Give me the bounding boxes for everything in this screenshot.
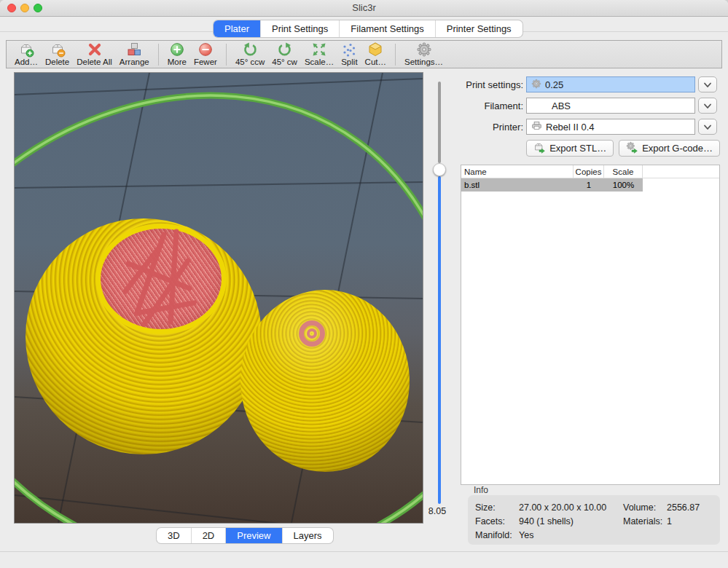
split-button[interactable]: Split xyxy=(341,42,357,67)
delete-all-button[interactable]: Delete All xyxy=(77,42,112,67)
export-gcode-icon xyxy=(626,141,638,156)
object-list: Name Copies Scale b.stl 1 100% xyxy=(461,165,720,485)
cut-button[interactable]: Cut… xyxy=(365,42,386,67)
filament-combo[interactable]: ABS xyxy=(526,98,695,114)
plater-toolbar: Add… Delete Delete All Arrange xyxy=(6,40,722,68)
arrange-button[interactable]: Arrange xyxy=(120,42,149,67)
export-gcode-button[interactable]: Export G-code… xyxy=(619,140,720,157)
title-bar: Slic3r xyxy=(0,0,728,17)
toolbar-separator xyxy=(226,44,227,66)
filament-label: Filament: xyxy=(459,100,526,111)
layer-slider-thumb[interactable] xyxy=(433,163,446,176)
size-label: Size: xyxy=(475,502,519,513)
facets-value: 940 (1 shells) xyxy=(519,516,623,526)
delete-all-icon xyxy=(87,42,103,58)
add-object-icon xyxy=(18,42,34,58)
toolbar-separator xyxy=(395,44,396,66)
volume-value: 2556.87 xyxy=(667,502,700,513)
tab-3d[interactable]: 3D xyxy=(157,528,192,543)
column-header-copies[interactable]: Copies xyxy=(574,165,604,178)
manifold-label: Manifold: xyxy=(475,530,519,540)
layer-height-value: 8.05 xyxy=(423,506,452,516)
chevron-down-icon xyxy=(703,120,712,133)
tab-plater[interactable]: Plater xyxy=(214,20,261,37)
tab-layers[interactable]: Layers xyxy=(283,528,333,543)
info-section-title: Info xyxy=(474,485,488,495)
column-header-scale[interactable]: Scale xyxy=(604,165,643,178)
table-row[interactable]: b.stl 1 100% xyxy=(461,178,643,192)
viewport-3d[interactable] xyxy=(14,72,423,524)
delete-object-icon xyxy=(50,42,66,58)
object-list-header: Name Copies Scale xyxy=(461,165,719,178)
printer-label: Printer: xyxy=(459,122,526,133)
tab-printer-settings[interactable]: Printer Settings xyxy=(436,20,522,37)
gear-icon xyxy=(416,42,432,58)
export-stl-button[interactable]: Export STL… xyxy=(526,140,614,157)
print-settings-row: Print settings: 0.25 xyxy=(459,76,721,92)
toolbar-separator xyxy=(158,44,159,66)
export-buttons-row: Export STL… Export G-code… xyxy=(459,140,720,157)
scale-icon xyxy=(311,42,327,58)
printer-row: Printer: Rebel II 0.4 xyxy=(459,119,721,135)
printed-object-small-dome xyxy=(240,290,410,472)
arrange-icon xyxy=(126,42,142,58)
gear-icon xyxy=(531,79,541,91)
more-icon xyxy=(169,42,185,58)
split-icon xyxy=(341,42,357,58)
cell-name: b.stl xyxy=(461,181,574,189)
print-settings-combo[interactable]: 0.25 xyxy=(526,76,695,92)
rotate-cw-button[interactable]: 45° cw xyxy=(272,42,297,67)
filament-dropdown-button[interactable] xyxy=(698,98,717,114)
fewer-icon xyxy=(197,42,214,58)
chevron-down-icon xyxy=(703,78,712,91)
export-stl-icon xyxy=(533,141,546,156)
slic3r-window: Slic3r Plater Print Settings Filament Se… xyxy=(0,0,728,568)
printer-dropdown-button[interactable] xyxy=(698,119,717,135)
filament-value: ABS xyxy=(552,100,571,111)
chevron-down-icon xyxy=(703,99,712,112)
main-tab-bar: Plater Print Settings Filament Settings … xyxy=(214,20,522,37)
rotate-cw-icon xyxy=(277,42,293,58)
layer-slider-track-upper[interactable] xyxy=(438,82,441,163)
manifold-value: Yes xyxy=(519,530,623,540)
volume-label: Volume: xyxy=(623,502,667,513)
print-settings-value: 0.25 xyxy=(545,79,563,90)
layer-slider-track-lower[interactable] xyxy=(438,176,441,504)
scale-button[interactable]: Scale… xyxy=(305,42,334,67)
cut-icon xyxy=(367,42,383,58)
add-button[interactable]: Add… xyxy=(15,42,38,67)
tab-preview[interactable]: Preview xyxy=(226,528,282,543)
rotate-ccw-button[interactable]: 45° ccw xyxy=(235,42,265,67)
printer-combo[interactable]: Rebel II 0.4 xyxy=(526,119,695,135)
fewer-copies-button[interactable]: Fewer xyxy=(194,42,217,67)
materials-value: 1 xyxy=(667,516,672,526)
materials-label: Materials: xyxy=(623,516,667,526)
tab-2d[interactable]: 2D xyxy=(192,528,227,543)
print-settings-label: Print settings: xyxy=(459,79,526,90)
size-value: 27.00 x 20.00 x 10.00 xyxy=(519,502,623,513)
info-panel: Size: 27.00 x 20.00 x 10.00 Volume: 2556… xyxy=(468,495,720,545)
rotate-ccw-icon xyxy=(242,42,258,58)
bottom-divider xyxy=(0,551,728,552)
cell-scale: 100% xyxy=(604,181,643,189)
settings-button[interactable]: Settings… xyxy=(404,42,443,67)
more-copies-button[interactable]: More xyxy=(168,42,187,67)
view-tab-bar: 3D 2D Preview Layers xyxy=(157,528,333,543)
window-title: Slic3r xyxy=(0,0,728,16)
tab-filament-settings[interactable]: Filament Settings xyxy=(340,20,435,37)
facets-label: Facets: xyxy=(475,516,519,526)
delete-button[interactable]: Delete xyxy=(45,42,69,67)
filament-row: Filament: ABS xyxy=(459,98,721,114)
printer-value: Rebel II 0.4 xyxy=(546,122,595,133)
layer-slider[interactable] xyxy=(428,73,450,523)
tab-print-settings[interactable]: Print Settings xyxy=(261,20,340,37)
small-dome-infill-dot xyxy=(307,328,317,339)
cell-copies: 1 xyxy=(574,181,604,189)
column-header-name[interactable]: Name xyxy=(461,165,574,178)
print-settings-dropdown-button[interactable] xyxy=(698,76,717,92)
printer-icon xyxy=(531,120,542,133)
